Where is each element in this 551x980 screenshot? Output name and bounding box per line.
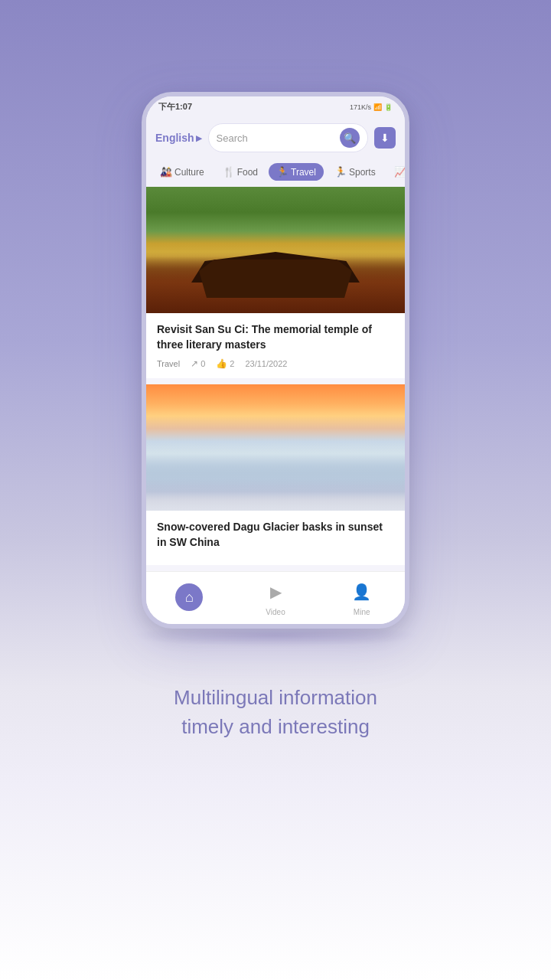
travel-icon: 🏃 (276, 166, 289, 178)
video-icon: ▶ (270, 583, 282, 601)
article-meta-1: Travel ↗ 0 👍 2 23/11/2022 (157, 358, 394, 369)
tab-food-label: Food (237, 167, 258, 178)
article-date-1: 23/11/2022 (245, 359, 287, 368)
tagline-line2: timely and interesting (174, 713, 377, 742)
sports-icon: 🏃 (334, 166, 347, 178)
language-button[interactable]: English ▶ (155, 132, 202, 144)
article-card-2[interactable]: Snow-covered Dagu Glacier basks in sunse… (146, 384, 405, 565)
tab-food[interactable]: 🍴 Food (215, 163, 266, 181)
culture-icon: 🎎 (160, 166, 172, 178)
article-body-2: Snow-covered Dagu Glacier basks in sunse… (146, 511, 405, 565)
app-header: English ▶ Search 🔍 ⬇ (146, 117, 405, 158)
like-icon: 👍 (216, 358, 227, 369)
article-title-1: Revisit San Su Ci: The memorial temple o… (157, 322, 394, 352)
temple-roof-decoration (191, 252, 360, 283)
tagline: Multilingual information timely and inte… (143, 684, 408, 741)
battery-icon: 🔋 (384, 103, 393, 111)
article-title-2: Snow-covered Dagu Glacier basks in sunse… (157, 520, 394, 550)
article-body-1: Revisit San Su Ci: The memorial temple o… (146, 313, 405, 378)
video-icon-container: ▶ (262, 578, 289, 606)
status-time: 下午1:07 (158, 101, 192, 113)
article-card-1[interactable]: Revisit San Su Ci: The memorial temple o… (146, 187, 405, 378)
temple-image (146, 187, 405, 313)
search-placeholder: Search (217, 132, 335, 144)
search-button[interactable]: 🔍 (340, 128, 360, 148)
status-icons: 171K/s 📶 🔋 (350, 103, 393, 111)
nav-home[interactable]: ⌂ (146, 583, 233, 611)
finance-icon: 📈 (394, 166, 405, 178)
download-icon: ⬇ (380, 132, 390, 144)
home-icon-circle: ⌂ (175, 583, 203, 611)
article-shares-1: ↗ 0 (191, 358, 205, 369)
download-button[interactable]: ⬇ (374, 127, 396, 149)
phone-frame: 下午1:07 171K/s 📶 🔋 English ▶ Search 🔍 ⬇ (142, 92, 409, 629)
language-arrow: ▶ (196, 134, 202, 142)
tab-sports-label: Sports (349, 167, 376, 178)
article-image-1 (146, 187, 405, 313)
content-area: Revisit San Su Ci: The memorial temple o… (146, 187, 405, 571)
profile-icon: 👤 (352, 583, 371, 601)
bottom-nav: ⌂ ▶ Video 👤 Mine (146, 571, 405, 624)
share-icon: ↗ (191, 358, 198, 369)
nav-mine-label: Mine (354, 608, 370, 616)
tab-culture[interactable]: 🎎 Culture (152, 163, 212, 181)
signal-icon: 📶 (373, 103, 382, 111)
status-bar: 下午1:07 171K/s 📶 🔋 (146, 96, 405, 117)
nav-mine[interactable]: 👤 Mine (318, 578, 405, 616)
tab-culture-label: Culture (174, 167, 204, 178)
tab-sports[interactable]: 🏃 Sports (327, 163, 383, 181)
nav-video[interactable]: ▶ Video (233, 578, 319, 616)
article-likes-1: 👍 2 (216, 358, 234, 369)
nav-video-label: Video (266, 608, 285, 616)
tab-finance[interactable]: 📈 Finan (386, 163, 405, 181)
home-icon: ⌂ (185, 590, 194, 606)
tab-travel-label: Travel (291, 167, 316, 178)
article-image-2 (146, 384, 405, 511)
search-bar[interactable]: Search 🔍 (208, 123, 368, 152)
food-icon: 🍴 (223, 166, 235, 178)
category-tabs: 🎎 Culture 🍴 Food 🏃 Travel 🏃 Sports 📈 Fin… (146, 158, 405, 187)
mine-icon-container: 👤 (348, 578, 376, 606)
shares-count: 0 (201, 359, 205, 368)
language-label: English (155, 132, 194, 144)
tab-travel[interactable]: 🏃 Travel (269, 163, 324, 181)
tagline-line1: Multilingual information (174, 684, 377, 713)
search-icon: 🔍 (344, 132, 356, 144)
article-category-1: Travel (157, 359, 180, 368)
snow-mountain-image (146, 384, 405, 511)
network-speed: 171K/s (350, 103, 371, 111)
likes-count: 2 (230, 359, 234, 368)
